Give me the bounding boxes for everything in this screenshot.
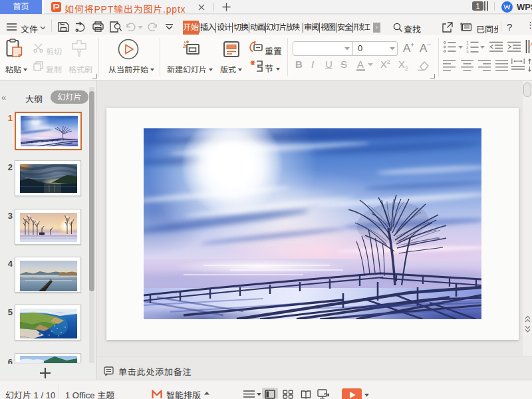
svg-text:1: 1: [466, 41, 469, 45]
svg-text:3: 3: [466, 50, 469, 54]
